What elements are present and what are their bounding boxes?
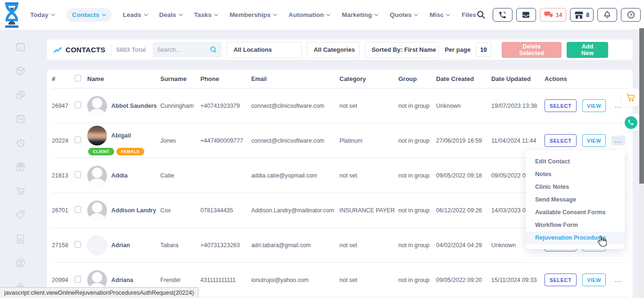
sidebar-item-tag[interactable] [15,209,26,220]
call-widget-button[interactable] [622,113,640,131]
contact-phone: 0781344435 [200,207,251,214]
menu-item-notes[interactable]: Notes [526,168,625,181]
nav-item-today[interactable]: Today [30,11,55,18]
delete-selected-button[interactable]: Delete Selected [502,42,561,58]
sidebar-item-report[interactable] [15,233,26,244]
nav-item-deals[interactable]: Deals [159,11,183,18]
store-icon [574,11,584,19]
search-submit-icon[interactable] [209,46,217,54]
menu-item-rejuvenation-procedures[interactable]: Rejuvenation Procedures [526,232,625,244]
header-phone: Phone [200,75,251,82]
total-count: 5883 Total [116,46,146,53]
header-date-updated: Date Updated [491,75,545,82]
header-category: Category [339,75,398,82]
row-checkbox[interactable] [74,276,81,282]
header-date-created: Date Created [436,75,491,82]
contact-name-cell: AbigailCLIENTFEMALE [87,126,160,155]
more-actions-button[interactable]: ... [611,275,625,285]
contact-id: 21613 [52,172,74,179]
sidebar-item-user[interactable] [15,257,26,268]
view-button[interactable]: VIEW [582,134,606,147]
select-button[interactable]: SELECT [545,274,577,286]
menu-item-send-message[interactable]: Send Message [526,193,625,206]
cart-icon [626,92,636,103]
contact-email: Addison.Landry@mailinator.com [251,207,339,214]
chevron-down-icon [144,14,148,16]
locations-filter[interactable]: All Locations [227,42,302,58]
chat-count-badge: 14 [556,12,562,18]
more-actions-button[interactable]: ... [611,136,625,145]
contact-date-created: 06/12/2022 09:26 [436,207,491,214]
nav-item-files[interactable]: Files [462,11,476,18]
menu-item-workflow-form[interactable]: Workflow Form [526,219,625,232]
contact-surname: Tabara [160,242,200,249]
inbox-button[interactable] [516,8,536,22]
contact-surname: Cunningham [160,103,200,109]
nav-item-quotes[interactable]: Quotes [390,11,419,18]
cart-widget-button[interactable] [622,89,640,106]
contact-email: ionutrujoi@yahoo.com [251,277,339,283]
sidebar-item-appointments[interactable] [15,113,26,124]
chat-button[interactable]: 14 [540,8,566,22]
sidebar-item-history[interactable] [15,137,26,148]
contact-id: 26701 [52,207,74,214]
per-page-input[interactable] [476,42,491,57]
nav-item-automation[interactable]: Automation [289,11,330,18]
checkbox-cell [74,102,87,110]
nav-item-contacts[interactable]: Contacts [66,8,112,22]
store-button[interactable]: 8 [570,8,594,22]
add-new-button[interactable]: Add New [567,42,608,58]
row-checkbox[interactable] [74,171,81,178]
row-checkbox[interactable] [74,102,81,108]
select-all-checkbox[interactable] [74,75,81,81]
menu-item-edit-contact[interactable]: Edit Contact [526,155,625,168]
vertical-scrollbar[interactable] [639,28,644,298]
categories-filter[interactable]: All Categories [307,42,360,58]
sidebar-item-calendar[interactable]: 12 [15,41,26,52]
contact-name: Adriana [111,277,133,283]
categories-filter-label: All Categories [314,46,355,53]
sort-filter-label: Sorted By: First Name [372,46,436,53]
scrollbar-thumb[interactable] [639,28,644,184]
nav-item-marketing[interactable]: Marketing [342,11,379,18]
row-checkbox[interactable] [74,137,81,143]
link-preview-statusbar: javascript:client.viewOnlineRejuvenation… [0,287,198,298]
notifications-button[interactable] [597,8,617,22]
nav-item-memberships[interactable]: Memberships [230,11,277,18]
sidebar-item-gift[interactable] [15,161,26,172]
view-button[interactable]: VIEW [582,99,606,112]
app-logo[interactable] [0,2,24,28]
sidebar-item-package[interactable] [15,65,26,76]
phone-button[interactable] [493,8,512,22]
contact-category: not set [339,242,398,249]
contact-avatar [87,235,107,255]
row-checkbox[interactable] [74,241,81,248]
nav-item-misc[interactable]: Misc [429,11,450,18]
menu-item-available-consent-forms[interactable]: Available Consent Forms [526,206,625,219]
contact-category: not set [339,277,398,283]
help-button[interactable]: ? [621,8,641,22]
chat-icon [544,11,553,19]
nav-item-label: Contacts [72,11,99,18]
contact-name-cell: Addison Landry [87,201,160,220]
select-button[interactable]: SELECT [545,134,577,147]
contact-name: Adrian [111,242,130,249]
nav-item-leads[interactable]: Leads [123,11,148,18]
sidebar-item-cart[interactable] [15,185,26,196]
search-icon[interactable] [476,10,486,20]
row-checkbox[interactable] [74,206,81,213]
sort-filter[interactable]: Sorted By: First Name [365,42,438,58]
search-input[interactable] [157,47,206,53]
view-button[interactable]: VIEW [582,274,606,286]
chevron-down-icon [179,14,183,16]
contact-date-created: Unknown [436,103,491,109]
menu-item-clinic-notes[interactable]: Clinic Notes [526,181,625,193]
nav-item-label: Marketing [342,11,372,18]
svg-text:12: 12 [18,46,22,49]
main-nav: TodayContactsLeadsDealsTasksMembershipsA… [30,8,476,22]
nav-item-tasks[interactable]: Tasks [194,11,218,18]
select-button[interactable]: SELECT [545,99,577,112]
contact-category: Platinum [339,137,398,144]
search-box [153,42,222,57]
sidebar-item-copies[interactable] [15,89,26,100]
